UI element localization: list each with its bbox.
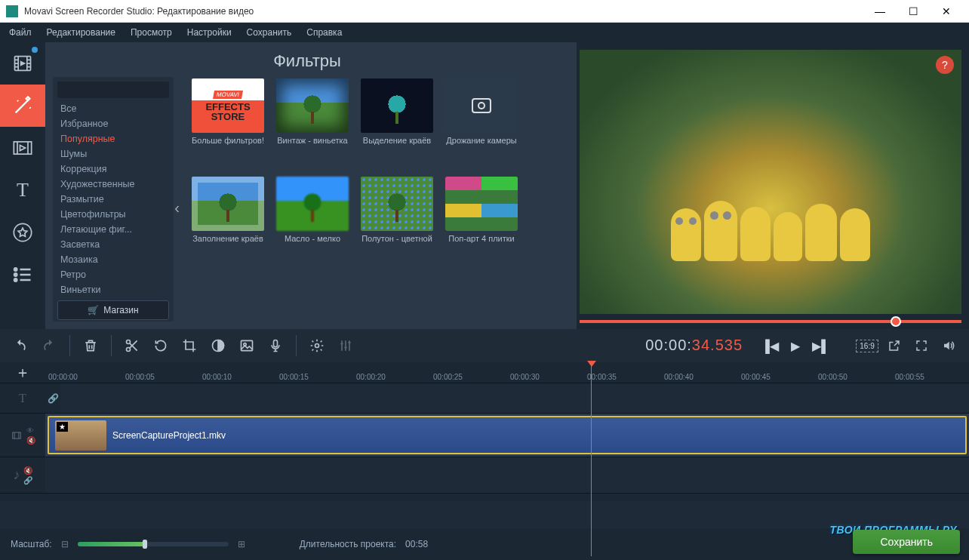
category-item[interactable]: Популярные	[57, 131, 169, 146]
detach-preview-button[interactable]	[881, 333, 907, 358]
trash-icon	[83, 338, 98, 353]
audio-track[interactable]	[45, 457, 969, 493]
color-adjust-button[interactable]	[205, 333, 231, 358]
video-track-controls[interactable]: 👁🔇	[26, 426, 35, 445]
title-track-head: T	[0, 383, 45, 413]
category-item[interactable]: Летающие фиг...	[57, 222, 169, 237]
window-titlebar: Movavi Screen Recorder Studio: Редактиро…	[0, 0, 969, 23]
ruler-tick: 00:00:50	[818, 373, 847, 381]
zoom-slider[interactable]	[78, 542, 229, 546]
tab-stickers[interactable]	[0, 211, 45, 254]
clip-properties-button[interactable]	[304, 333, 330, 358]
category-item[interactable]: Виньетки	[57, 282, 169, 297]
redo-button[interactable]	[36, 333, 62, 358]
add-track-button[interactable]: ＋	[15, 362, 30, 383]
video-track-head: 👁🔇	[0, 414, 45, 457]
filter-thumbnail[interactable]: Выделение краёв	[359, 78, 435, 169]
ruler-tick: 00:00:20	[356, 373, 386, 381]
ruler-tick: 00:00:55	[895, 373, 924, 381]
rotate-button[interactable]	[148, 333, 174, 358]
minimize-button[interactable]: —	[863, 1, 897, 22]
playhead[interactable]	[591, 362, 592, 556]
filter-thumbnail[interactable]: Винтаж - виньетка	[275, 78, 350, 169]
filter-thumbnail[interactable]: Масло - мелко	[275, 177, 350, 267]
zoom-in-icon[interactable]: ⊞	[238, 539, 245, 549]
category-item[interactable]: Ретро	[57, 267, 169, 282]
volume-button[interactable]	[936, 333, 961, 358]
svg-rect-1	[14, 142, 31, 154]
maximize-button[interactable]: ☐	[897, 1, 930, 22]
thumbnail-label: Полутон - цветной	[361, 234, 432, 244]
video-track[interactable]: ★ ScreenCaptureProject1.mkv	[45, 414, 969, 457]
filter-thumbnails-grid: MOVAVIEFFECTSSTOREБольше фильтров!Винтаж…	[174, 77, 569, 322]
menu-view[interactable]: Просмотр	[131, 27, 172, 38]
undo-button[interactable]	[8, 333, 33, 358]
svg-point-3	[14, 268, 17, 271]
timeline-ruler[interactable]: 00:00:0000:00:0500:00:1000:00:1500:00:20…	[45, 362, 969, 383]
filters-panel: Фильтры ВсеИзбранноеПопулярныеШумыКоррек…	[45, 42, 577, 329]
category-item[interactable]: Избранное	[57, 116, 169, 131]
preview-panel: ?	[577, 42, 969, 329]
title-track[interactable]	[60, 383, 969, 413]
thumbnail-image	[445, 78, 518, 133]
filter-thumbnail[interactable]: MOVAVIEFFECTSSTOREБольше фильтров!	[190, 78, 266, 169]
thumbnail-label: Больше фильтров!	[192, 136, 264, 146]
category-item[interactable]: Все	[57, 101, 169, 116]
menu-save[interactable]: Сохранить	[247, 27, 292, 38]
play-button[interactable]: ▶	[783, 334, 807, 358]
filter-thumbnail[interactable]: Дрожание камеры	[444, 78, 519, 169]
svg-point-7	[127, 348, 131, 352]
filmstrip-icon	[12, 53, 33, 74]
prev-frame-button[interactable]: ▐◀	[758, 334, 782, 358]
category-item[interactable]: Размытие	[57, 192, 169, 207]
fullscreen-button[interactable]	[909, 333, 934, 358]
thumbnail-image	[192, 177, 264, 231]
category-item[interactable]: Коррекция	[57, 162, 169, 177]
help-button[interactable]: ?	[936, 56, 954, 74]
panel-title: Фильтры	[45, 42, 569, 77]
filter-thumbnail[interactable]: Заполнение краёв	[190, 177, 266, 267]
preview-progress[interactable]	[580, 320, 961, 323]
crop-button[interactable]	[177, 333, 202, 358]
next-frame-button[interactable]: ▶▌	[809, 334, 833, 358]
delete-button[interactable]	[78, 333, 103, 358]
tab-titles[interactable]: T	[0, 169, 45, 211]
tab-media[interactable]	[0, 42, 45, 85]
collapse-panel-icon[interactable]: ‹	[174, 199, 180, 217]
split-button[interactable]	[119, 333, 145, 358]
zoom-out-icon[interactable]: ⊟	[61, 539, 69, 549]
menu-file[interactable]: Файл	[9, 27, 32, 38]
filter-thumbnail[interactable]: Поп-арт 4 плитки	[444, 177, 519, 267]
timeline-scrollbar[interactable]	[0, 494, 969, 501]
category-item[interactable]: Шумы	[57, 146, 169, 162]
menubar: Файл Редактирование Просмотр Настройки С…	[0, 23, 969, 42]
tab-more[interactable]	[0, 254, 45, 296]
image-button[interactable]	[234, 333, 260, 358]
svg-point-4	[14, 273, 17, 276]
magic-wand-icon	[12, 95, 33, 116]
title-track-link[interactable]: 🔗	[45, 383, 60, 413]
category-item[interactable]: Засветка	[57, 237, 169, 252]
aspect-ratio-button[interactable]: 16:9	[854, 333, 880, 358]
filter-thumbnail[interactable]: Полутон - цветной	[359, 177, 435, 267]
category-item[interactable]: Мозаика	[57, 252, 169, 267]
tab-transitions[interactable]	[0, 127, 45, 169]
filter-search-input[interactable]	[57, 82, 169, 98]
svg-rect-13	[13, 432, 21, 438]
category-item[interactable]: Художественные	[57, 177, 169, 192]
menu-settings[interactable]: Настройки	[187, 27, 232, 38]
tab-filters[interactable]	[0, 85, 45, 127]
redo-icon	[42, 338, 57, 353]
video-clip[interactable]: ★ ScreenCaptureProject1.mkv	[48, 416, 967, 454]
close-button[interactable]: ✕	[930, 1, 963, 22]
category-item[interactable]: Цветофильтры	[57, 207, 169, 222]
preview-video[interactable]	[580, 50, 961, 314]
equalizer-button[interactable]	[333, 333, 358, 358]
menu-edit[interactable]: Редактирование	[47, 27, 115, 38]
mic-button[interactable]	[263, 333, 288, 358]
menu-help[interactable]: Справка	[306, 27, 342, 38]
progress-handle[interactable]	[891, 316, 901, 327]
audio-track-controls[interactable]: 🔇🔗	[23, 466, 32, 485]
save-button[interactable]: Сохранить	[853, 530, 960, 554]
store-button[interactable]: 🛒 Магазин	[57, 300, 169, 320]
